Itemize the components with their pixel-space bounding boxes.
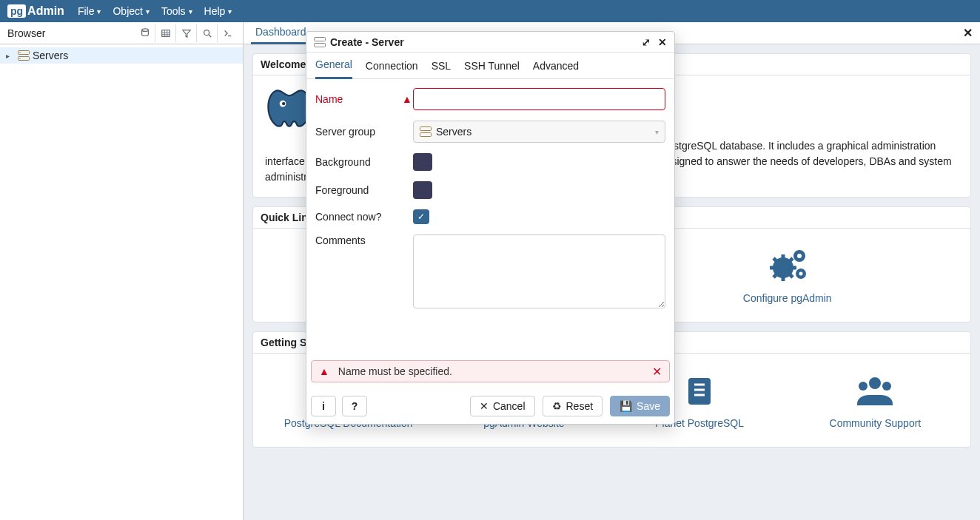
foreground-color-picker[interactable] — [413, 181, 432, 199]
chevron-down-icon: ▾ — [228, 7, 232, 16]
logo-pg: pg — [7, 4, 26, 18]
svg-point-14 — [282, 102, 285, 105]
connect-now-toggle[interactable]: ✓ — [413, 209, 429, 224]
svg-point-41 — [882, 382, 891, 391]
recycle-icon: ♻ — [552, 400, 562, 412]
svg-point-27 — [799, 272, 802, 276]
error-text: Name must be specified. — [338, 365, 452, 377]
svg-rect-44 — [420, 127, 432, 131]
svg-point-25 — [797, 254, 802, 258]
help-button[interactable]: ? — [342, 396, 367, 416]
close-tab-icon[interactable]: ✕ — [963, 26, 973, 40]
foreground-label: Foreground — [315, 184, 401, 196]
close-icon: ✕ — [480, 400, 489, 412]
close-icon[interactable]: ✕ — [658, 36, 667, 48]
svg-point-0 — [141, 28, 148, 31]
caret-right-icon: ▸ — [6, 52, 15, 60]
svg-rect-1 — [161, 30, 170, 36]
logo-admin: Admin — [27, 4, 64, 18]
background-label: Background — [315, 156, 401, 168]
chevron-down-icon: ▾ — [189, 7, 192, 16]
users-icon — [788, 368, 963, 413]
chevron-down-icon: ▾ — [97, 7, 101, 16]
servers-icon — [420, 126, 432, 137]
maximize-icon[interactable]: ⤢ — [642, 36, 651, 48]
error-bar: ▲ Name must be specified. ✕ — [311, 360, 670, 382]
chevron-down-icon: ▾ — [146, 7, 150, 16]
menu-help[interactable]: Help▾ — [204, 5, 232, 17]
background-color-picker[interactable] — [413, 153, 432, 171]
svg-line-7 — [208, 34, 211, 37]
warning-triangle-icon: ▲ — [401, 93, 413, 105]
svg-rect-43 — [315, 43, 326, 47]
menu-tools[interactable]: Tools▾ — [161, 5, 192, 17]
top-menubar: pg Admin File▾ Object▾ Tools▾ Help▾ — [0, 0, 980, 22]
connect-now-label: Connect now? — [315, 211, 401, 223]
app-logo: pg Admin — [7, 4, 64, 18]
gs-community-support[interactable]: Community Support — [788, 368, 963, 429]
servers-icon — [18, 50, 30, 61]
view-data-icon[interactable] — [155, 24, 176, 42]
comments-label: Comments — [315, 234, 401, 246]
quick-link-configure[interactable]: Configure pgAdmin — [699, 243, 875, 304]
svg-point-6 — [204, 30, 209, 35]
cancel-button[interactable]: ✕Cancel — [470, 396, 535, 416]
svg-point-12 — [19, 58, 21, 59]
dialog-title: Create - Server — [330, 36, 404, 48]
gears-icon — [699, 243, 875, 288]
server-group-value: Servers — [436, 126, 471, 138]
search-icon[interactable] — [197, 24, 218, 42]
warning-triangle-icon: ▲ — [319, 365, 329, 377]
dialog-tab-connection[interactable]: Connection — [366, 53, 418, 79]
tab-dashboard[interactable]: Dashboard — [251, 22, 311, 44]
reset-button[interactable]: ♻Reset — [543, 396, 603, 416]
svg-rect-45 — [420, 133, 432, 137]
chevron-down-icon: ▾ — [655, 128, 659, 136]
browser-panel: Browser ▸ Servers — [0, 22, 244, 520]
comments-textarea[interactable] — [413, 234, 665, 308]
svg-rect-42 — [315, 37, 326, 41]
svg-rect-35 — [688, 378, 711, 405]
menu-file[interactable]: File▾ — [78, 5, 101, 17]
dialog-tab-advanced[interactable]: Advanced — [533, 53, 579, 79]
dialog-tab-general[interactable]: General — [315, 53, 352, 79]
quick-link-label: Configure pgAdmin — [699, 292, 875, 304]
info-button[interactable]: i — [311, 396, 336, 416]
dismiss-error-icon[interactable]: ✕ — [652, 365, 662, 379]
name-input[interactable] — [413, 88, 665, 110]
browser-title: Browser — [7, 27, 45, 39]
psql-icon[interactable] — [218, 24, 238, 42]
svg-point-40 — [859, 382, 867, 391]
dialog-tab-ssl[interactable]: SSL — [432, 53, 451, 79]
server-group-select[interactable]: Servers ▾ — [413, 121, 665, 143]
filter-icon[interactable] — [176, 24, 197, 42]
save-floppy-icon: 💾 — [620, 400, 632, 412]
create-server-dialog: Create - Server ⤢ ✕ General Connection S… — [306, 31, 675, 425]
menu-object[interactable]: Object▾ — [113, 5, 149, 17]
server-icon — [314, 37, 326, 47]
server-group-label: Server group — [315, 126, 401, 138]
query-tool-icon[interactable] — [135, 24, 155, 42]
svg-point-39 — [869, 377, 881, 389]
dialog-tab-ssh[interactable]: SSH Tunnel — [464, 53, 520, 79]
tree-node-label: Servers — [33, 50, 68, 61]
save-button[interactable]: 💾Save — [610, 396, 670, 416]
name-label: Name — [315, 93, 401, 105]
gs-label: Community Support — [788, 417, 963, 429]
svg-point-11 — [19, 52, 21, 53]
tree-node-servers[interactable]: ▸ Servers — [0, 47, 243, 64]
